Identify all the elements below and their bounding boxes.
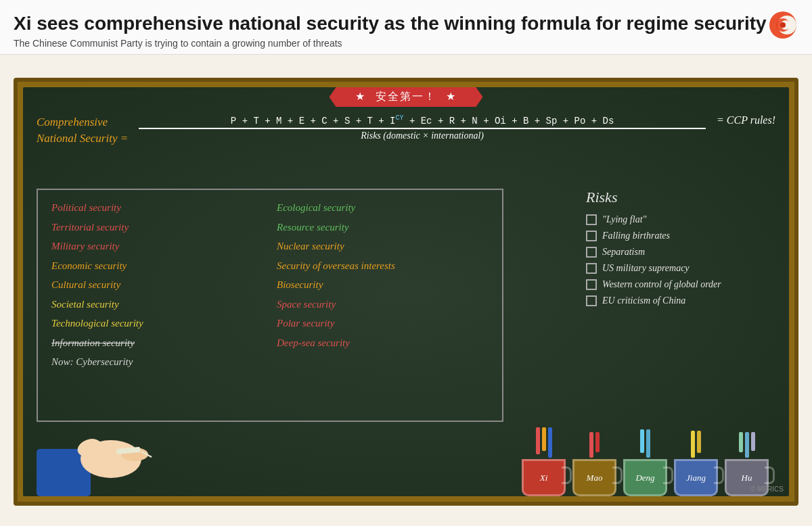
formula-rhs: = CCP rules! (717, 114, 775, 126)
mug-label: Mao (587, 473, 603, 483)
formula-label-line2: National Security = (37, 130, 128, 147)
mug-label: Deng (635, 473, 654, 483)
security-item: Nuclear security (277, 239, 489, 254)
security-box: Political securityTerritorial securityMi… (37, 189, 503, 422)
cy-superscript: CY (396, 114, 404, 122)
security-col-left: Political securityTerritorial securityMi… (51, 200, 263, 410)
mug: Xi (522, 459, 566, 496)
chalk-sticks (640, 429, 650, 458)
risk-label: "Lying flat" (602, 214, 646, 225)
chalk-stick (697, 431, 701, 453)
risk-item: Separatism (586, 247, 775, 258)
formula-section: Comprehensive National Security = P + T … (37, 114, 775, 147)
chalk-stick (739, 432, 743, 452)
risk-checkbox (586, 263, 597, 274)
mug: Jiang (674, 459, 718, 496)
security-item: Societal security (51, 297, 263, 312)
hand-illustration (37, 408, 158, 496)
numerator-part2: + Ec + R + N + Oi + B + Sp + Po + Ds (404, 116, 614, 126)
chalk-sticks (739, 432, 755, 458)
risk-item: Western control of global order (586, 279, 775, 290)
security-item: Technological security (51, 316, 263, 331)
security-item: Space security (277, 297, 489, 312)
risk-checkbox (586, 295, 597, 306)
page-subtitle: The Chinese Communist Party is trying to… (14, 38, 798, 49)
risk-label: EU criticism of China (602, 295, 685, 306)
risks-list: "Lying flat"Falling birthratesSeparatism… (586, 214, 775, 306)
numerator-part1: P + T + M + E + C + S + T + I (231, 116, 396, 126)
banner: ★ 安全第一！ ★ (330, 87, 483, 107)
chalk-stick (691, 431, 695, 458)
chalk-stick (646, 429, 650, 458)
mug: Mao (572, 459, 616, 496)
security-item: Military security (51, 239, 263, 254)
mug-container: Deng (623, 429, 667, 496)
chalk-stick (745, 432, 749, 458)
risk-checkbox (586, 247, 597, 258)
merics-logo (768, 10, 798, 41)
risk-checkbox (586, 279, 597, 290)
security-item: Polar security (277, 316, 489, 331)
chalk-sticks (691, 431, 701, 458)
risk-item: US military supremacy (586, 263, 775, 274)
chalkboard-frame: ★ 安全第一！ ★ Comprehensive National Securit… (14, 78, 798, 506)
banner-text: 安全第一！ (376, 91, 436, 102)
chalk-stick (536, 427, 540, 454)
chalkboard: ★ 安全第一！ ★ Comprehensive National Securit… (23, 87, 789, 496)
header: Xi sees comprehensive national security … (0, 0, 812, 55)
chalk-sticks (536, 427, 552, 458)
risk-item: EU criticism of China (586, 295, 775, 306)
security-item: Cultural security (51, 277, 263, 293)
risks-title: Risks (586, 189, 775, 206)
mug-container: Mao (572, 432, 616, 496)
risk-item: "Lying flat" (586, 214, 775, 225)
mug-label: Jiang (686, 473, 706, 483)
security-item: Ecological security (277, 200, 489, 216)
security-item: Biosecurity (277, 277, 489, 293)
chalk-stick (640, 429, 644, 453)
watermark: © MERICS (750, 485, 784, 493)
security-col-right: Ecological securityResource securityNucl… (277, 200, 489, 410)
risk-checkbox (586, 214, 597, 225)
chalk-stick (595, 432, 600, 452)
mug-label: Xi (540, 473, 548, 483)
risk-label: US military supremacy (602, 263, 690, 274)
star-left: ★ (355, 90, 366, 103)
star-right: ★ (446, 90, 457, 103)
mug-container: Xi (522, 427, 566, 496)
formula-numerator: P + T + M + E + C + S + T + ICY + Ec + R… (139, 114, 706, 129)
risk-checkbox (586, 231, 597, 241)
security-item: Resource security (277, 220, 489, 235)
security-item: Political security (51, 200, 263, 216)
risks-section: Risks "Lying flat"Falling birthratesSepa… (586, 189, 775, 312)
page-title: Xi sees comprehensive national security … (14, 12, 798, 35)
formula-label: Comprehensive National Security = (37, 114, 128, 147)
risk-label: Western control of global order (602, 279, 721, 290)
mug-label: Hu (742, 473, 752, 483)
chalk-stick (542, 427, 546, 451)
formula-denominator: Risks (domestic × international) (361, 129, 484, 141)
formula-fraction: P + T + M + E + C + S + T + ICY + Ec + R… (139, 114, 706, 141)
formula-label-line1: Comprehensive (37, 114, 108, 130)
chalk-stick (751, 432, 755, 451)
mug-container: Jiang (674, 431, 718, 496)
security-item: Security of overseas interests (277, 258, 489, 274)
chalk-stick (548, 427, 552, 458)
security-item: Deep-sea security (277, 335, 489, 351)
security-item: Now: Cybersecurity (51, 354, 263, 370)
chalk-stick (589, 432, 593, 458)
risk-label: Separatism (602, 247, 645, 258)
svg-point-4 (780, 22, 786, 28)
risk-label: Falling birthrates (602, 231, 670, 241)
chalk-sticks (589, 432, 600, 458)
mug: Deng (623, 459, 667, 496)
risk-item: Falling birthrates (586, 231, 775, 241)
security-item: Information security (51, 335, 263, 351)
security-item: Economic security (51, 258, 263, 274)
security-item: Territorial security (51, 220, 263, 235)
